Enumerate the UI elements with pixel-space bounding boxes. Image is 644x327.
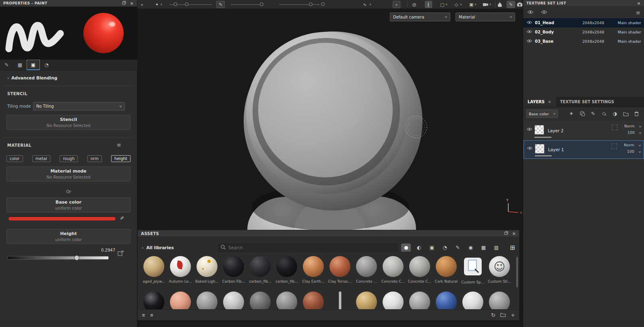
physics-icon[interactable]: ✦ — [155, 0, 159, 9]
tiling-mode-select[interactable]: No Tiling∨ — [33, 102, 125, 110]
asset-tile[interactable]: carbon_fib... — [274, 256, 300, 290]
asset-tile[interactable]: Concrete ... — [354, 256, 379, 290]
assets-scrollbar[interactable] — [516, 257, 518, 287]
material-options-icon[interactable]: ≡ — [117, 142, 121, 148]
asset-tile[interactable]: Clay Earth... — [300, 256, 326, 290]
asset-tile[interactable]: ☺Custom Sti... — [487, 256, 512, 290]
search-input[interactable] — [228, 245, 395, 250]
asset-tile[interactable] — [513, 292, 514, 310]
asset-tile[interactable] — [460, 292, 486, 310]
disable-symmetry-icon[interactable]: ⊘ — [412, 0, 416, 9]
channel-color-button[interactable]: color — [6, 155, 23, 162]
blend-mode-select[interactable]: Norm ∨ — [624, 124, 641, 128]
tab-texture-set-settings[interactable]: TEXTURE SET SETTINGS — [556, 97, 619, 107]
add-paint-layer-icon[interactable]: ✎ — [588, 110, 598, 118]
asset-tile[interactable]: Cork Natural — [433, 256, 459, 290]
paint-drop-icon[interactable] — [498, 0, 502, 9]
texture-set-row[interactable]: 01_Head 2048x2048 Main shader — [523, 18, 644, 27]
flow-slider[interactable] — [231, 4, 263, 5]
asset-tile[interactable]: aged_plyw... — [141, 256, 167, 290]
flow-slider-knob[interactable] — [260, 2, 263, 6]
cube-view-icon[interactable]: ▣ — [469, 0, 473, 9]
compact-view-icon[interactable]: ≣ — [150, 313, 153, 317]
paint-brush-mode-icon[interactable]: ✎ — [507, 1, 515, 8]
advanced-blending-toggle[interactable]: ›Advanced Blending — [7, 75, 57, 80]
texture-set-row[interactable]: 03_Base 2048x2048 Main shader — [523, 37, 644, 46]
asset-tile[interactable] — [168, 292, 193, 310]
filter-filters-icon[interactable]: ◔ — [440, 244, 449, 252]
asset-tile[interactable] — [274, 292, 300, 310]
camera-mode-icon[interactable] — [483, 0, 489, 9]
opacity-slider-knob[interactable] — [309, 2, 313, 6]
filter-materials-icon[interactable]: ● — [401, 244, 411, 252]
height-button[interactable]: Height uniform color — [6, 229, 130, 244]
asset-tile[interactable] — [247, 292, 273, 310]
collapse-toolbar-icon[interactable]: « — [141, 0, 143, 9]
library-selector[interactable]: › All libraries — [142, 245, 214, 250]
eye-icon[interactable] — [527, 146, 533, 151]
layer-thumbnail[interactable] — [535, 144, 545, 154]
asset-tile[interactable] — [221, 292, 246, 310]
tab-layers[interactable]: LAYERS × — [523, 97, 556, 107]
plane-view-icon[interactable]: ▢ — [440, 0, 444, 9]
details-view-icon[interactable]: ≣ — [142, 313, 145, 317]
asset-tile[interactable] — [433, 292, 459, 310]
asset-tile[interactable]: Clay Terrac... — [327, 256, 353, 290]
close-icon[interactable]: × — [512, 231, 516, 236]
opacity-select[interactable]: 100 ∨ — [627, 149, 641, 154]
channel-height-button[interactable]: height — [111, 155, 130, 162]
pause-engine-icon[interactable]: ∥ — [425, 1, 432, 8]
texture-set-row[interactable]: 02_Body 2048x2048 Main shader — [523, 27, 644, 37]
tab-symmetry[interactable]: ◔ — [40, 60, 53, 70]
brush-tool-icon[interactable]: ✎ — [216, 1, 225, 8]
stencil-resource-button[interactable]: Stencil No Resource Selected — [6, 115, 130, 130]
filter-smart-materials-icon[interactable]: ◐ — [414, 244, 424, 252]
tab-stencil[interactable]: ▦ — [13, 60, 27, 70]
eye-outline-icon[interactable] — [541, 10, 547, 15]
height-texture-slot-icon[interactable] — [118, 250, 124, 257]
filter-smart-masks-icon[interactable]: ▣ — [427, 244, 437, 252]
layer-row[interactable]: Layer 2 Norm ∨ 100 ∨ — [524, 122, 644, 140]
grid-view-icon[interactable]: ⊞ — [510, 244, 515, 251]
add-folder-icon[interactable] — [621, 110, 630, 118]
eye-icon[interactable] — [526, 30, 532, 34]
opacity-select[interactable]: 100 ∨ — [627, 130, 641, 135]
add-fill-layer-icon[interactable] — [599, 110, 609, 118]
tab-material[interactable]: ▣ — [27, 60, 40, 70]
blend-mode-select[interactable]: Norm ∨ — [624, 143, 641, 147]
add-smart-material-icon[interactable]: ◑ — [610, 110, 619, 118]
stroke-path-icon[interactable]: ∿ — [363, 0, 367, 9]
delete-layer-icon[interactable] — [632, 110, 641, 118]
asset-tile[interactable] — [407, 292, 433, 310]
size-slider-knob2[interactable] — [185, 2, 188, 6]
color-picker-icon[interactable]: ✎ — [119, 216, 124, 220]
instantiate-icon[interactable] — [578, 110, 587, 118]
undock-icon[interactable] — [122, 1, 126, 6]
opacity-slider[interactable] — [279, 4, 319, 5]
close-icon[interactable]: × — [548, 100, 551, 104]
asset-tile[interactable]: Concrete C... — [380, 256, 406, 290]
folder-icon[interactable] — [500, 312, 506, 318]
effect-wand-icon[interactable]: ✶ — [567, 110, 576, 118]
asset-tile[interactable] — [380, 292, 406, 310]
layer-thumbnail[interactable] — [534, 125, 544, 135]
eye-icon[interactable] — [526, 21, 532, 25]
search-box[interactable] — [217, 243, 398, 252]
3d-model-canvas[interactable]: Y x — [137, 9, 522, 230]
mask-slot[interactable] — [612, 125, 617, 130]
filter-environments-icon[interactable]: ▨ — [491, 244, 501, 252]
asset-tile[interactable] — [327, 292, 353, 310]
refresh-icon[interactable]: ↻ — [491, 312, 495, 318]
asset-tile[interactable] — [194, 292, 220, 310]
asset-tile[interactable] — [354, 292, 379, 310]
shape-view-icon[interactable]: ◇ — [455, 0, 458, 9]
texture-set-options-icon[interactable]: ≡ — [636, 10, 640, 16]
eye-icon[interactable] — [526, 127, 532, 132]
asset-tile[interactable]: Carbon Fib... — [221, 256, 246, 290]
material-mode-button[interactable]: Material mode No Resource Selected — [6, 167, 130, 181]
asset-tile[interactable]: carbon_fib... — [247, 256, 273, 290]
eye-icon[interactable] — [526, 39, 532, 44]
close-icon[interactable]: × — [130, 1, 134, 6]
mask-slot[interactable] — [611, 144, 617, 149]
height-value[interactable]: 0.2947 — [0, 248, 115, 252]
